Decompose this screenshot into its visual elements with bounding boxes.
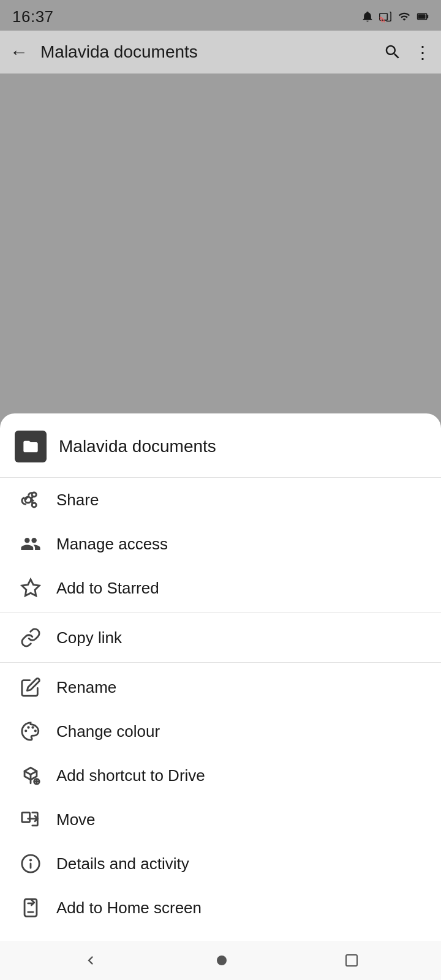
svg-rect-18: [22, 813, 30, 823]
sheet-title: Malavida documents: [59, 437, 216, 456]
star-icon: [15, 578, 47, 598]
copy-link-label: Copy link: [56, 628, 122, 647]
shortcut-icon: [15, 765, 47, 786]
wifi-icon: [397, 10, 412, 23]
menu-item-add-starred[interactable]: Add to Starred: [0, 566, 441, 610]
more-options-icon[interactable]: ⋮: [414, 42, 431, 62]
manage-access-label: Manage access: [56, 535, 168, 554]
menu-item-copy-link[interactable]: Copy link: [0, 616, 441, 660]
palette-icon: [15, 721, 47, 742]
bottom-sheet: Malavida documents Share: [0, 413, 441, 980]
people-icon: [15, 533, 47, 554]
info-icon: [15, 853, 47, 874]
svg-point-12: [31, 726, 34, 729]
toolbar-actions: ⋮: [383, 42, 431, 62]
move-label: Move: [56, 810, 96, 829]
rename-label: Rename: [56, 678, 116, 697]
search-icon[interactable]: [383, 43, 402, 61]
svg-point-13: [34, 729, 37, 732]
svg-point-26: [217, 956, 227, 965]
home-add-icon: [15, 897, 47, 918]
svg-point-5: [32, 492, 36, 497]
details-label: Details and activity: [56, 854, 189, 873]
menu-item-share[interactable]: Share: [0, 478, 441, 522]
change-colour-label: Change colour: [56, 722, 160, 741]
move-icon: [15, 809, 47, 830]
menu-item-manage-access[interactable]: Manage access: [0, 522, 441, 566]
nav-bar: [0, 941, 441, 980]
svg-rect-23: [24, 899, 37, 916]
menu-item-change-colour[interactable]: Change colour: [0, 709, 441, 753]
toolbar-title: Malavida documents: [40, 42, 383, 62]
svg-rect-3: [418, 14, 426, 19]
menu-item-home-screen[interactable]: Add to Home screen: [0, 886, 441, 930]
divider-1: [0, 612, 441, 613]
svg-rect-27: [346, 955, 357, 966]
cast-icon: [379, 10, 392, 23]
add-shortcut-label: Add shortcut to Drive: [56, 766, 205, 785]
status-time: 16:37: [12, 7, 54, 26]
nav-home-button[interactable]: [214, 953, 229, 968]
svg-marker-9: [22, 579, 39, 596]
notification-icon: [361, 10, 374, 23]
svg-rect-2: [427, 15, 429, 18]
menu-item-move[interactable]: Move: [0, 797, 441, 842]
svg-point-11: [27, 726, 29, 729]
back-button[interactable]: ←: [10, 42, 28, 62]
battery-icon: [417, 10, 429, 23]
overlay-area: [0, 74, 441, 257]
nav-recent-button[interactable]: [344, 953, 359, 968]
sheet-header: Malavida documents: [0, 413, 441, 478]
folder-icon: [15, 431, 47, 462]
menu-item-add-shortcut[interactable]: Add shortcut to Drive: [0, 753, 441, 797]
nav-back-button[interactable]: [82, 952, 99, 969]
menu-item-rename[interactable]: Rename: [0, 665, 441, 709]
menu-item-details[interactable]: Details and activity: [0, 842, 441, 886]
rename-icon: [15, 677, 47, 698]
link-icon: [15, 627, 47, 648]
share-label: Share: [56, 491, 99, 510]
svg-line-7: [32, 496, 32, 499]
add-starred-label: Add to Starred: [56, 579, 159, 598]
home-screen-label: Add to Home screen: [56, 899, 202, 918]
divider-2: [0, 662, 441, 663]
svg-point-10: [24, 729, 27, 732]
status-bar: 16:37: [0, 0, 441, 31]
status-icons: [361, 10, 429, 23]
toolbar: ← Malavida documents ⋮: [0, 31, 441, 74]
svg-line-8: [32, 501, 32, 503]
share-icon: [15, 489, 47, 510]
